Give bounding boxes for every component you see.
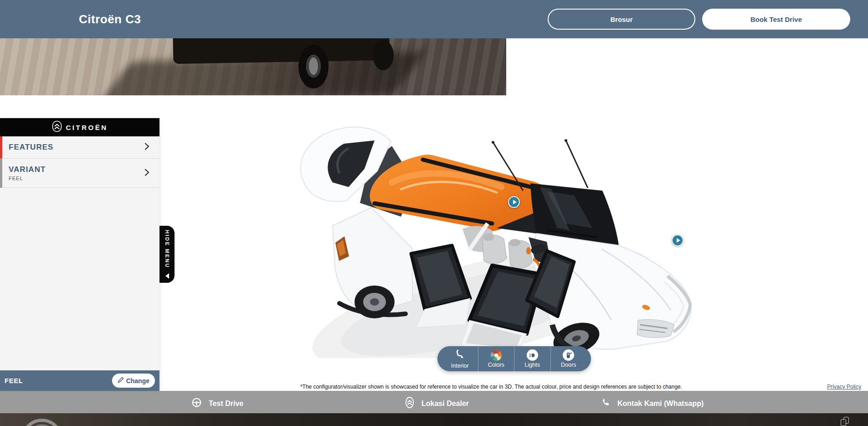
steering-wheel-icon (191, 397, 202, 410)
citroen-chevrons-icon (52, 120, 62, 134)
change-button-label: Change (126, 377, 149, 384)
hero-front-wheel (373, 40, 394, 70)
hotspot-play-button-front[interactable] (672, 234, 683, 246)
collapse-left-arrow-icon (165, 273, 169, 279)
phone-icon (601, 397, 611, 410)
variant-label: VARIANT (9, 165, 46, 174)
page: Citroën C3 Brosur Book Test Drive CITROË… (0, 0, 868, 426)
car-3d-render[interactable] (255, 114, 702, 358)
sidebar-item-features[interactable]: FEATURES (0, 136, 159, 159)
hotspot-play-button-roof[interactable] (508, 196, 520, 208)
footer-label: Lokasi Dealer (421, 400, 469, 408)
hide-menu-label: HIDE MENU (164, 230, 170, 268)
configurator-toolbar: Interior Colors Lights (437, 346, 591, 371)
brosur-button[interactable]: Brosur (548, 9, 695, 30)
book-test-drive-button[interactable]: Book Test Drive (702, 9, 850, 30)
toolbar-colors-button[interactable]: Colors (478, 346, 514, 371)
footer-test-drive-link[interactable]: Test Drive (191, 391, 243, 413)
citroen-badge-icon (404, 396, 415, 410)
seat-icon (454, 349, 465, 362)
hide-menu-tab[interactable]: HIDE MENU (159, 226, 175, 283)
toolbar-label: Lights (525, 362, 540, 368)
color-wheel-icon (491, 350, 502, 361)
hero-rear-wheel-rim (306, 55, 321, 78)
footer-lokasi-dealer-link[interactable]: Lokasi Dealer (404, 391, 469, 413)
hero-photo (0, 38, 506, 95)
header-bar: Citroën C3 Brosur Book Test Drive (0, 0, 868, 38)
citroen-wordmark: CITROËN (66, 124, 108, 131)
citroen-logo-bar: CITROËN (0, 118, 159, 136)
toolbar-lights-button[interactable]: Lights (514, 346, 550, 371)
configurator-disclaimer: *The configurator/visualizer shown is sh… (263, 384, 719, 390)
toolbar-interior-button[interactable]: Interior (442, 346, 478, 371)
toolbar-label: Doors (561, 362, 576, 368)
toolbar-label: Colors (488, 362, 504, 368)
sidebar-item-variant[interactable]: VARIANT FEEL (0, 159, 159, 188)
variant-sublabel: FEEL (9, 176, 46, 181)
footer-label: Test Drive (209, 400, 243, 408)
toolbar-doors-button[interactable]: Doors (551, 346, 587, 371)
page-title: Citroën C3 (79, 0, 141, 38)
hero-car-underbody (173, 38, 390, 64)
features-label: FEATURES (9, 143, 53, 152)
configurator-sidebar: CITROËN FEATURES VARIANT FEEL (0, 118, 159, 391)
pencil-icon (118, 377, 124, 384)
footer-label: Kontak Kami (Whatsapp) (617, 400, 704, 408)
privacy-policy-link[interactable]: Privacy Policy (827, 384, 861, 390)
chevron-right-icon (144, 143, 149, 152)
door-icon (563, 349, 574, 361)
selected-variant-label: FEEL (5, 377, 23, 384)
change-variant-button[interactable]: Change (112, 374, 155, 388)
footer-kontak-kami-link[interactable]: Kontak Kami (Whatsapp) (601, 391, 704, 413)
variant-selection-bar: FEEL Change (0, 370, 159, 391)
copy-icon[interactable] (841, 417, 850, 426)
footer-bar: Test Drive Lokasi Dealer Kontak Kami (Wh… (0, 391, 868, 413)
bottom-photo-strip (0, 413, 868, 426)
toolbar-label: Interior (451, 363, 469, 369)
headlight-icon (527, 349, 538, 361)
chevron-right-icon (144, 168, 149, 178)
